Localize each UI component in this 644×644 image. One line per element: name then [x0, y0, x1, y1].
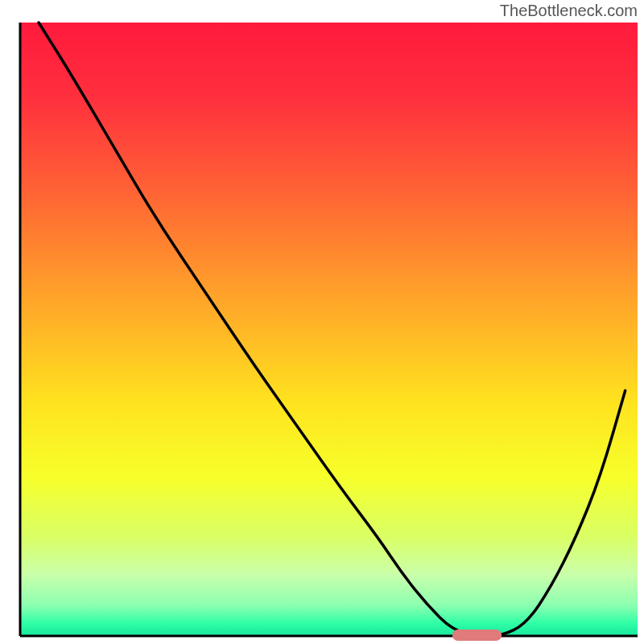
bottleneck-chart: TheBottleneck.com: [0, 0, 644, 644]
optimum-marker: [452, 630, 502, 641]
plot-background: [20, 23, 638, 636]
chart-svg: [0, 0, 644, 644]
watermark-label: TheBottleneck.com: [500, 2, 638, 20]
